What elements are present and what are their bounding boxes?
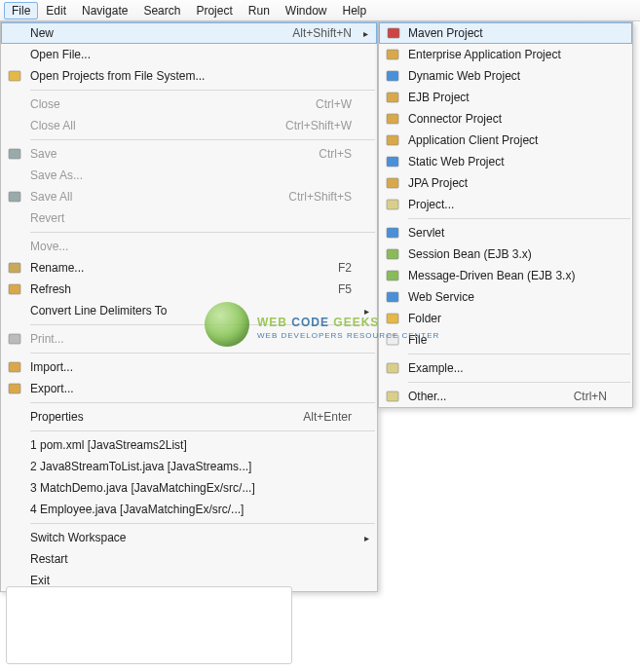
menu-item-accel: Alt+Enter xyxy=(303,410,352,424)
new-menu-item[interactable]: Application Client Project xyxy=(379,130,632,151)
new-menu-item[interactable]: Other...Ctrl+N xyxy=(379,386,632,407)
menubar-item-window[interactable]: Window xyxy=(278,2,335,19)
menu-item-label: Close xyxy=(30,97,296,111)
svg-rect-21 xyxy=(387,314,398,323)
file-menu-item[interactable]: Import... xyxy=(1,356,377,378)
file-menu-item[interactable]: Open File... xyxy=(1,44,377,65)
menu-item-accel: F2 xyxy=(338,261,352,275)
new-menu-item[interactable]: Connector Project xyxy=(379,108,632,130)
menu-item-label: Servlet xyxy=(408,226,607,240)
new-menu-item[interactable]: Message-Driven Bean (EJB 3.x) xyxy=(379,265,632,286)
file-menu-item[interactable]: CloseCtrl+W xyxy=(1,93,377,115)
menu-item-label: Save xyxy=(30,147,299,161)
menu-separator xyxy=(30,353,375,354)
new-menu-item[interactable]: Dynamic Web Project xyxy=(379,65,632,87)
servlet-icon xyxy=(385,225,400,241)
menu-item-label: Open Projects from File System... xyxy=(30,69,352,83)
new-menu-item[interactable]: Folder xyxy=(379,308,632,329)
menu-item-label: Print... xyxy=(30,332,352,346)
file-menu-item[interactable]: Restart xyxy=(1,548,377,570)
svg-rect-17 xyxy=(387,228,398,238)
svg-rect-3 xyxy=(9,263,20,273)
import-icon xyxy=(7,359,22,375)
svg-rect-12 xyxy=(387,114,398,124)
menu-separator xyxy=(30,139,375,140)
menu-item-accel: Ctrl+S xyxy=(319,147,352,161)
menu-item-label: Example... xyxy=(408,361,607,375)
file-menu-item[interactable]: Move... xyxy=(1,236,377,257)
file-menu-item[interactable]: Export... xyxy=(1,378,377,399)
menubar-item-navigate[interactable]: Navigate xyxy=(74,2,135,19)
new-menu-item[interactable]: Enterprise Application Project xyxy=(379,44,632,65)
menu-item-label: Export... xyxy=(30,382,352,395)
session-bean-icon xyxy=(385,246,400,262)
new-menu-item[interactable]: JPA Project xyxy=(379,172,632,194)
folder-icon xyxy=(385,311,400,326)
file-menu-item[interactable]: Print... xyxy=(1,328,377,350)
file-menu-item[interactable]: 2 Java8StreamToList.java [JavaStreams...… xyxy=(1,456,377,477)
file-menu-item[interactable]: Convert Line Delimiters To▸ xyxy=(1,300,377,321)
file-menu-item[interactable]: PropertiesAlt+Enter xyxy=(1,406,377,428)
file-menu-item[interactable]: Save As... xyxy=(1,165,377,186)
menu-item-accel: Alt+Shift+N xyxy=(292,26,352,40)
file-menu-item[interactable]: SaveCtrl+S xyxy=(1,143,377,165)
menu-item-label: Message-Driven Bean (EJB 3.x) xyxy=(408,269,607,282)
menubar-item-run[interactable]: Run xyxy=(241,2,278,19)
menu-separator xyxy=(30,90,375,91)
menubar-item-project[interactable]: Project xyxy=(188,2,240,19)
menubar-item-file[interactable]: File xyxy=(4,2,38,19)
file-menu-item[interactable]: 1 pom.xml [JavaStreams2List] xyxy=(1,434,377,456)
new-menu-item[interactable]: EJB Project xyxy=(379,87,632,108)
menu-item-label: Close All xyxy=(30,119,266,132)
new-menu-item[interactable]: Session Bean (EJB 3.x) xyxy=(379,243,632,265)
file-menu-item[interactable]: NewAlt+Shift+N▸ xyxy=(1,22,377,44)
new-menu-item[interactable]: File xyxy=(379,329,632,351)
svg-rect-18 xyxy=(387,249,398,259)
svg-rect-4 xyxy=(9,284,20,294)
menu-item-label: Web Service xyxy=(408,290,607,304)
save-all-icon xyxy=(7,189,22,205)
menu-separator xyxy=(30,430,375,431)
menu-separator xyxy=(408,382,630,383)
new-menu-item[interactable]: Static Web Project xyxy=(379,151,632,172)
file-menu-item[interactable]: RefreshF5 xyxy=(1,279,377,300)
new-menu-item[interactable]: Servlet xyxy=(379,222,632,243)
svg-rect-20 xyxy=(387,292,398,302)
menu-item-label: Exit xyxy=(30,574,352,587)
file-menu-item[interactable]: Switch Workspace▸ xyxy=(1,527,377,548)
file-menu-item[interactable]: Rename...F2 xyxy=(1,257,377,279)
static-web-icon xyxy=(385,154,400,169)
jpa-project-icon xyxy=(385,175,400,191)
svg-rect-0 xyxy=(9,71,20,81)
menu-item-label: Dynamic Web Project xyxy=(408,69,607,83)
menubar-item-search[interactable]: Search xyxy=(135,2,188,19)
file-menu-item[interactable]: Save AllCtrl+Shift+S xyxy=(1,186,377,207)
file-menu-item[interactable]: 4 Employee.java [JavaMatchingEx/src/...] xyxy=(1,499,377,520)
project-icon xyxy=(385,197,400,212)
new-menu-item[interactable]: Web Service xyxy=(379,286,632,308)
svg-rect-15 xyxy=(387,178,398,188)
menubar-item-help[interactable]: Help xyxy=(335,2,375,19)
new-menu-item[interactable]: Example... xyxy=(379,357,632,379)
svg-rect-11 xyxy=(387,93,398,102)
file-menu-item[interactable]: 3 MatchDemo.java [JavaMatchingEx/src/...… xyxy=(1,477,377,499)
menu-item-label: Open File... xyxy=(30,48,352,61)
webservice-icon xyxy=(385,289,400,305)
new-menu-item[interactable]: Maven Project xyxy=(379,22,632,44)
svg-rect-2 xyxy=(9,192,20,202)
menubar-item-edit[interactable]: Edit xyxy=(38,2,74,19)
menu-item-label: Folder xyxy=(408,312,607,325)
file-menu-item[interactable]: Open Projects from File System... xyxy=(1,65,377,87)
menu-item-label: Switch Workspace xyxy=(30,531,352,544)
new-menu-item[interactable]: Project... xyxy=(379,194,632,215)
menu-item-label: JPA Project xyxy=(408,176,607,190)
file-menu-item[interactable]: Revert xyxy=(1,207,377,229)
menu-item-label: Static Web Project xyxy=(408,155,607,168)
menu-item-label: EJB Project xyxy=(408,91,607,104)
submenu-arrow-icon: ▸ xyxy=(364,533,369,543)
menu-item-label: Project... xyxy=(408,198,607,211)
file-menu-item[interactable]: Close AllCtrl+Shift+W xyxy=(1,115,377,136)
ejb-project-icon xyxy=(385,90,400,105)
svg-rect-16 xyxy=(387,200,398,209)
menu-item-label: Properties xyxy=(30,410,283,424)
